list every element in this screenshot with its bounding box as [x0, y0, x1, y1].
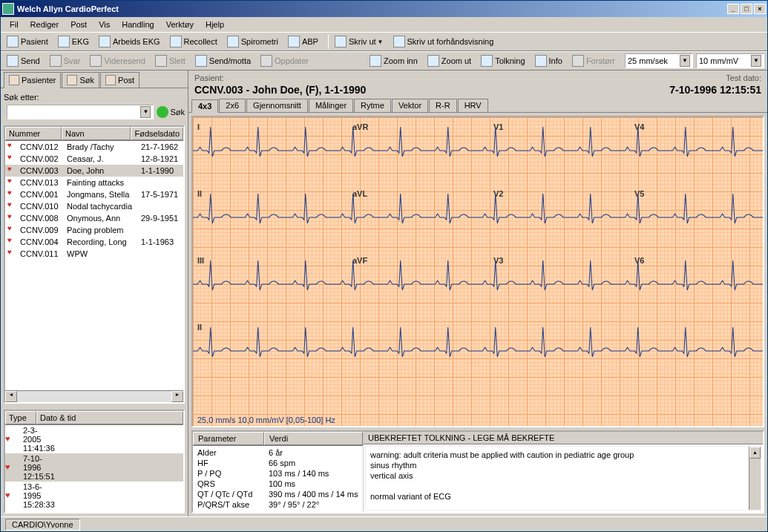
menu-handling[interactable]: Handling — [116, 19, 160, 30]
refresh-icon — [260, 55, 272, 67]
gain-combo[interactable]: 10 mm/mV▼ — [696, 53, 764, 68]
go-arrow-icon — [157, 106, 168, 118]
patient-row[interactable]: CCNV.003Doe, John1-1-1990 — [5, 165, 183, 177]
app-icon — [2, 3, 14, 15]
patient-row[interactable]: CCNV.011WPW — [5, 248, 183, 260]
menu-verktøy[interactable]: Verktøy — [160, 19, 200, 30]
test-row[interactable]: 2-3-2005 11:41:36 — [5, 425, 183, 453]
close-button[interactable]: × — [754, 4, 766, 14]
info-button[interactable]: Info — [532, 53, 568, 69]
ambulance-button[interactable]: Recollect — [167, 33, 223, 50]
view-tab-rytme[interactable]: Rytme — [354, 99, 391, 112]
menu-hjelp[interactable]: Hjelp — [200, 19, 230, 30]
view-tab-målinger[interactable]: Målinger — [309, 99, 353, 112]
view-tab-vektor[interactable]: Vektor — [392, 99, 428, 112]
delete-icon — [155, 55, 167, 67]
param-row: P/QRS/T akse39° / 95° / 22° — [197, 499, 358, 510]
col-datetime[interactable]: Dato & tid — [36, 411, 183, 424]
zoom-out-icon — [427, 55, 439, 67]
view-tabs: 4x32x6GjennomsnittMålingerRytmeVektorR-R… — [188, 99, 767, 113]
send-icon — [7, 55, 19, 67]
sendrecv-button[interactable]: Send/motta — [192, 53, 256, 69]
minimize-button[interactable]: _ — [727, 4, 739, 14]
side-tab-post[interactable]: Post — [100, 72, 140, 88]
zoom-in-icon — [370, 55, 381, 67]
ekg-type-icon — [5, 434, 23, 444]
patients-icon — [9, 75, 19, 85]
speed-combo[interactable]: 25 mm/sek▼ — [625, 53, 693, 68]
zoom-in-button[interactable]: Zoom inn — [367, 53, 423, 69]
status-user: CARDIO\Yvonne — [5, 519, 80, 531]
search-label: Søk etter: — [4, 93, 185, 102]
interpretation-panel: UBEKREFTET TOLKNING - LEGE MÅ BEKREFTE w… — [364, 432, 763, 512]
h-scrollbar[interactable]: ◄► — [5, 390, 183, 402]
col-dob[interactable]: Fødselsdato — [131, 127, 183, 140]
search-go-button[interactable]: Søk — [157, 106, 185, 118]
ecg-grid-view[interactable]: 25,0 mm/s 10,0 mm/mV [0,05-100] Hz IaVRV… — [191, 116, 764, 427]
view-tab-gjennomsnitt[interactable]: Gjennomsnitt — [246, 99, 308, 112]
col-number[interactable]: Nummer — [5, 127, 62, 140]
side-tabs: PasienterSøkPost — [1, 70, 188, 88]
parameter-table: Parameter Verdi Alder6 årHF66 spmP / PQ1… — [193, 432, 364, 512]
param-row: QT / QTc / QTd390 ms / 400 ms / 14 ms — [197, 489, 358, 499]
test-row[interactable]: 13-6-1995 15:28:33 — [5, 482, 183, 510]
abp-icon — [288, 36, 300, 47]
lungs-button[interactable]: Spirometri — [224, 33, 283, 50]
menu-vis[interactable]: Vis — [93, 19, 116, 30]
delete-button: Slett — [152, 53, 191, 69]
send-button[interactable]: Send — [4, 53, 45, 69]
col-type[interactable]: Type — [5, 411, 36, 424]
patient-row[interactable]: CCNV.004Recording, Long1-1-1963 — [5, 236, 183, 248]
print-preview-button[interactable]: Skriv ut forhåndsvisning — [390, 33, 499, 50]
view-tab-2x6[interactable]: 2x6 — [219, 99, 246, 112]
patient-row[interactable]: CCNV.002Ceasar, J.12-8-1921 — [5, 153, 183, 165]
app-title: Welch Allyn CardioPerfect — [17, 4, 119, 13]
ekg-indicator-icon — [5, 189, 19, 200]
patient-row[interactable]: CCNV.001Jongmans, Stella17-5-1971 — [5, 188, 183, 200]
test-row[interactable]: 13-6-1995 9:02:33 — [5, 510, 183, 512]
test-listview[interactable]: Type Dato & tid 2-3-2005 11:41:367-10-19… — [4, 410, 185, 513]
lungs-icon — [227, 36, 239, 47]
ecg-row: IaVRV1V4 — [193, 121, 763, 180]
ecg-row: IIIaVFV3V6 — [193, 254, 763, 314]
maximize-button[interactable]: □ — [741, 4, 752, 14]
search-icon — [67, 75, 77, 85]
toolbar-secondary: SendSvarVideresendSlettSend/mottaOppdate… — [1, 51, 767, 70]
side-tab-søk[interactable]: Søk — [62, 72, 99, 88]
patient-row[interactable]: CCNV.008Onymous, Ann29-9-1951 — [5, 212, 183, 224]
param-row: HF66 spm — [197, 458, 358, 468]
sendrecv-icon — [195, 55, 207, 67]
treadmill-button[interactable]: Arbeids EKG — [96, 33, 165, 50]
menubar: FilRedigerPostVisHandlingVerktøyHjelp — [1, 17, 767, 32]
zoom-out-button[interactable]: Zoom ut — [424, 53, 476, 69]
view-tab-hrv[interactable]: HRV — [458, 99, 488, 112]
side-tab-pasienter[interactable]: Pasienter — [4, 72, 61, 88]
ekg-indicator-icon — [5, 165, 19, 176]
param-col-value[interactable]: Verdi — [264, 432, 363, 445]
col-name[interactable]: Navn — [62, 127, 131, 140]
view-tab-r-r[interactable]: R-R — [429, 99, 457, 112]
patient-row[interactable]: CCNV.013Fainting attacks — [5, 177, 183, 188]
interp-button[interactable]: Tolkning — [478, 53, 530, 69]
ekg-button[interactable]: EKG — [55, 33, 94, 50]
interp-line: sinus rhythm — [370, 460, 756, 470]
search-combo[interactable]: ▼ — [7, 105, 154, 119]
menu-post[interactable]: Post — [65, 19, 93, 30]
view-tab-4x3[interactable]: 4x3 — [191, 99, 218, 113]
param-col-name[interactable]: Parameter — [193, 432, 264, 445]
patient-listview[interactable]: Nummer Navn Fødselsdato CCNV.012Brady /T… — [4, 125, 185, 404]
v-scrollbar[interactable]: ▲ — [749, 447, 761, 510]
param-row: Alder6 år — [197, 447, 358, 458]
interp-line — [370, 481, 756, 491]
ecg-footer: 25,0 mm/s 10,0 mm/mV [0,05-100] Hz — [197, 416, 335, 424]
print-button[interactable]: Skriv ut▼ — [332, 33, 389, 50]
patient-button[interactable]: Pasient — [4, 33, 53, 50]
menu-fil[interactable]: Fil — [4, 19, 24, 30]
test-row[interactable]: 7-10-1996 12:15:51 — [5, 453, 183, 482]
patient-row[interactable]: CCNV.010Nodal tachycardia — [5, 200, 183, 212]
patient-row[interactable]: CCNV.009Pacing problem — [5, 224, 183, 236]
ekg-indicator-icon — [5, 225, 19, 235]
abp-button[interactable]: ABP — [285, 33, 324, 50]
patient-row[interactable]: CCNV.012Brady /Tachy21-7-1962 — [5, 141, 183, 153]
menu-rediger[interactable]: Rediger — [24, 19, 65, 30]
